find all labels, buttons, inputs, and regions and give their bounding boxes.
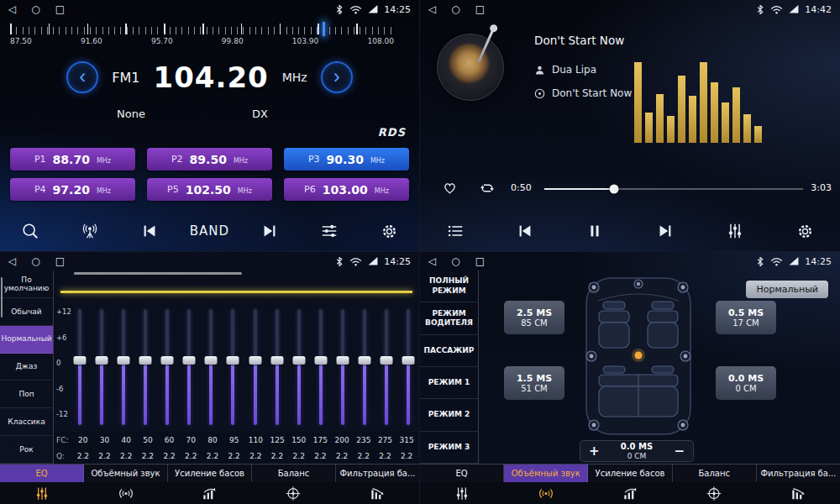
eq-preset-custom[interactable]: Обычай bbox=[0, 298, 53, 326]
scrollbar[interactable] bbox=[1, 277, 3, 318]
eq-band-slider[interactable] bbox=[380, 309, 394, 425]
mode-2[interactable]: РЕЖИМ 2 bbox=[420, 399, 478, 431]
tab-surround[interactable]: Объёмный звук bbox=[84, 465, 168, 482]
tab-balance[interactable]: Баланс bbox=[673, 465, 757, 482]
nav-recents-icon[interactable]: □ bbox=[475, 252, 485, 270]
slider-knob[interactable] bbox=[73, 356, 86, 365]
slider-knob[interactable] bbox=[95, 356, 108, 365]
mode-driver[interactable]: РЕЖИМ ВОДИТЕЛЯ bbox=[420, 302, 478, 334]
nav-home-icon[interactable]: ○ bbox=[451, 0, 459, 18]
eq-preset-normal[interactable]: Нормальный bbox=[0, 326, 53, 354]
nav-back-icon[interactable]: ◁ bbox=[8, 252, 16, 270]
eq-preset-jazz[interactable]: Джаз bbox=[0, 354, 53, 381]
eq-preset-rock[interactable]: Рок bbox=[0, 436, 53, 464]
band-button[interactable]: BAND bbox=[180, 223, 239, 239]
tab-filter-icon-button[interactable] bbox=[335, 482, 419, 504]
tab-surround[interactable]: Объёмный звук bbox=[504, 465, 588, 482]
repeat-button[interactable] bbox=[479, 180, 496, 200]
slider-knob[interactable] bbox=[292, 356, 305, 365]
favorite-button[interactable] bbox=[442, 180, 458, 199]
equalizer-button[interactable] bbox=[700, 222, 769, 240]
tab-eq-icon-button[interactable] bbox=[420, 482, 504, 504]
tab-filter-icon-button[interactable] bbox=[756, 482, 840, 504]
tab-filter[interactable]: Фильтрация ба... bbox=[757, 465, 840, 482]
nav-back-icon[interactable]: ◁ bbox=[428, 252, 436, 270]
nav-back-icon[interactable]: ◁ bbox=[8, 0, 16, 18]
decrease-delay-button[interactable]: − bbox=[674, 445, 685, 458]
audio-settings-button[interactable] bbox=[299, 222, 359, 240]
slider-knob[interactable] bbox=[381, 356, 393, 365]
mode-passenger[interactable]: ПАССАЖИР bbox=[420, 335, 478, 367]
eq-band-slider[interactable] bbox=[358, 309, 372, 425]
eq-band-slider[interactable] bbox=[402, 309, 416, 425]
slider-knob[interactable] bbox=[314, 356, 327, 365]
eq-band-slider[interactable] bbox=[72, 309, 87, 425]
nav-home-icon[interactable]: ○ bbox=[31, 0, 39, 18]
slider-knob[interactable] bbox=[270, 356, 283, 365]
mode-1[interactable]: РЕЖИМ 1 bbox=[420, 367, 478, 399]
nav-home-icon[interactable]: ○ bbox=[451, 252, 459, 270]
eq-band-slider[interactable] bbox=[116, 309, 130, 425]
slider-knob[interactable] bbox=[139, 356, 151, 365]
eq-preset-default[interactable]: По умолчанию bbox=[0, 270, 53, 298]
scan-button[interactable] bbox=[0, 222, 60, 240]
settings-button[interactable] bbox=[360, 223, 419, 240]
slider-knob[interactable] bbox=[117, 356, 129, 365]
progress-knob[interactable] bbox=[610, 185, 619, 194]
pause-button[interactable] bbox=[560, 222, 630, 240]
eq-preset-classic[interactable]: Классика bbox=[0, 408, 53, 436]
slider-knob[interactable] bbox=[249, 356, 261, 365]
eq-band-slider[interactable] bbox=[226, 309, 240, 425]
nav-recents-icon[interactable]: □ bbox=[475, 0, 485, 18]
mode-full[interactable]: ПОЛНЫЙ РЕЖИМ bbox=[420, 270, 478, 302]
slider-knob[interactable] bbox=[402, 356, 415, 365]
delay-front-left[interactable]: 2.5 MS 85 CM bbox=[504, 301, 564, 334]
tab-eq[interactable]: EQ bbox=[420, 465, 504, 482]
slider-knob[interactable] bbox=[161, 356, 174, 365]
delay-front-right[interactable]: 0.5 MS 17 CM bbox=[716, 301, 776, 334]
settings-button[interactable] bbox=[770, 223, 840, 240]
eq-band-slider[interactable] bbox=[291, 309, 306, 425]
eq-band-slider[interactable] bbox=[248, 309, 262, 425]
tab-surround-icon-button[interactable] bbox=[84, 482, 168, 504]
tab-bass-boost[interactable]: Усиление басов bbox=[168, 465, 252, 482]
tab-eq[interactable]: EQ bbox=[0, 465, 84, 482]
nav-back-icon[interactable]: ◁ bbox=[428, 0, 436, 18]
tune-down-button[interactable]: ‹ bbox=[66, 61, 98, 93]
profile-button[interactable]: Нормальный bbox=[746, 281, 828, 298]
tune-up-button[interactable]: › bbox=[321, 61, 353, 93]
eq-band-slider[interactable] bbox=[94, 309, 108, 425]
nav-recents-icon[interactable]: □ bbox=[55, 0, 65, 18]
eq-band-slider[interactable] bbox=[336, 309, 350, 425]
increase-delay-button[interactable]: + bbox=[589, 445, 600, 458]
nav-home-icon[interactable]: ○ bbox=[31, 252, 39, 270]
horizontal-scrollbar[interactable] bbox=[74, 272, 242, 275]
frequency-scale[interactable]: 87.50 91.60 95.70 99.80 103.90 108.00 bbox=[10, 22, 394, 50]
nav-recents-icon[interactable]: □ bbox=[55, 252, 65, 270]
slider-knob[interactable] bbox=[359, 356, 371, 365]
eq-band-slider[interactable] bbox=[204, 309, 218, 425]
tab-bass-boost[interactable]: Усиление басов bbox=[588, 465, 672, 482]
tab-filter[interactable]: Фильтрация ба... bbox=[336, 465, 419, 482]
tab-bass-icon-button[interactable] bbox=[588, 482, 672, 504]
tab-bass-icon-button[interactable] bbox=[168, 482, 252, 504]
seek-up-button[interactable] bbox=[239, 222, 299, 240]
eq-band-slider[interactable] bbox=[270, 309, 284, 425]
preset-button-2[interactable]: P2 89.50 MHz bbox=[147, 148, 272, 171]
mode-3[interactable]: РЕЖИМ 3 bbox=[420, 432, 478, 464]
eq-band-slider[interactable] bbox=[160, 309, 175, 425]
slider-knob[interactable] bbox=[183, 356, 196, 365]
preset-button-1[interactable]: P1 88.70 MHz bbox=[10, 148, 135, 171]
delay-rear-right[interactable]: 0.0 MS 0 CM bbox=[716, 366, 776, 400]
slider-knob[interactable] bbox=[227, 356, 239, 365]
preset-button-4[interactable]: P4 97.20 MHz bbox=[10, 178, 135, 201]
delay-rear-left[interactable]: 1.5 MS 51 CM bbox=[504, 366, 564, 400]
slider-knob[interactable] bbox=[337, 356, 349, 365]
preset-button-6[interactable]: P6 103.00 MHz bbox=[284, 178, 409, 201]
broadcast-button[interactable] bbox=[60, 222, 119, 240]
eq-band-slider[interactable] bbox=[182, 309, 197, 425]
eq-band-slider[interactable] bbox=[138, 309, 152, 425]
tab-balance-icon-button[interactable] bbox=[251, 482, 335, 504]
tab-eq-icon-button[interactable] bbox=[0, 482, 84, 504]
tab-balance-icon-button[interactable] bbox=[672, 482, 756, 504]
